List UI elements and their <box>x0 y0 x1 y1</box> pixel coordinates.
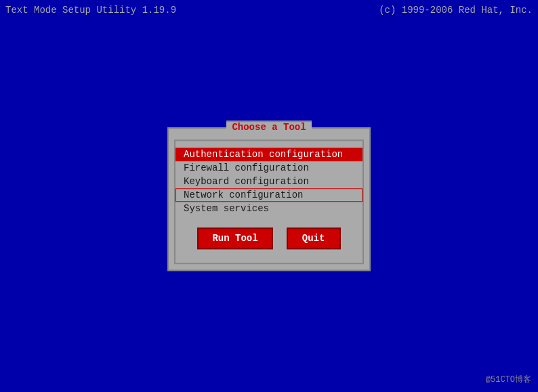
run-tool-button[interactable]: Run Tool <box>197 227 272 249</box>
menu-item-2[interactable]: Keyboard configuration <box>175 175 363 188</box>
menu-item-0[interactable]: Authentication configuration <box>175 148 363 161</box>
watermark: @51CTO博客 <box>486 374 531 385</box>
app-title: Text Mode Setup Utility 1.19.9 <box>5 5 176 16</box>
dialog-title-bar: Choose a Tool <box>169 121 369 133</box>
menu-item-4[interactable]: System services <box>175 202 363 215</box>
menu-item-1[interactable]: Firewall configuration <box>175 161 363 175</box>
dialog-title: Choose a Tool <box>226 121 311 133</box>
quit-button[interactable]: Quit <box>287 227 341 249</box>
dialog-content: Authentication configurationFirewall con… <box>174 139 364 264</box>
buttons-row: Run ToolQuit <box>175 227 363 253</box>
tool-menu-list: Authentication configurationFirewall con… <box>175 148 363 215</box>
copyright: (c) 1999-2006 Red Hat, Inc. <box>379 5 533 16</box>
tool-dialog: Choose a Tool Authentication configurati… <box>167 127 371 271</box>
menu-item-3[interactable]: Network configuration <box>175 188 363 202</box>
